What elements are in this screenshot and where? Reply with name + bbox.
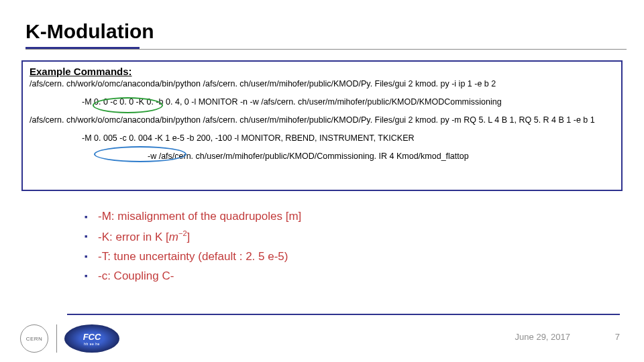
footer-divider — [67, 314, 620, 315]
bullet-k: -K: error in K [m−2] — [85, 229, 301, 244]
command-line-4: -M 0. 005 -c 0. 004 -K 1 e-5 -b 200, -10… — [82, 133, 614, 144]
bullet-t: -T: tune uncertainty (default : 2. 5 e-5… — [85, 250, 301, 263]
bullet-t-text: -T: tune uncertainty (default : 2. 5 e-5… — [98, 250, 288, 263]
example-commands-heading: Example Commands: — [30, 66, 614, 77]
bullet-m: -M: misalignment of the quadrupoles [m] — [85, 210, 301, 223]
slide-date: June 29, 2017 — [515, 332, 570, 342]
cern-logo: CERN — [20, 324, 48, 353]
command-line-5: -w /afs/cern. ch/user/m/mihofer/public/K… — [148, 151, 614, 162]
page-title: K-Modulation — [25, 20, 154, 43]
command-line-3: /afs/cern. ch/work/o/omc/anaconda/bin/py… — [30, 115, 614, 126]
bullet-k-text: -K: error in K [m−2] — [98, 229, 190, 244]
command-line-2: -M 0. 0 -c 0. 0 -K 0. -b 0. 4, 0 -l MONI… — [82, 97, 614, 108]
bullet-c-text: -c: Coupling C- — [98, 269, 174, 283]
logo-separator — [56, 324, 57, 353]
example-commands-box: Example Commands: /afs/cern. ch/work/o/o… — [21, 60, 623, 191]
bullet-m-text: -M: misalignment of the quadrupoles [m] — [98, 210, 301, 223]
command-line-1: /afs/cern. ch/work/o/omc/anaconda/bin/py… — [30, 78, 614, 90]
bullet-list: -M: misalignment of the quadrupoles [m] … — [85, 204, 301, 289]
slide: K-Modulation Example Commands: /afs/cern… — [0, 0, 644, 362]
title-underline-thin — [25, 49, 627, 50]
bullet-c: -c: Coupling C- — [85, 269, 301, 283]
page-number: 7 — [615, 332, 620, 342]
fcc-logo: FCC hh ee he — [64, 324, 119, 353]
